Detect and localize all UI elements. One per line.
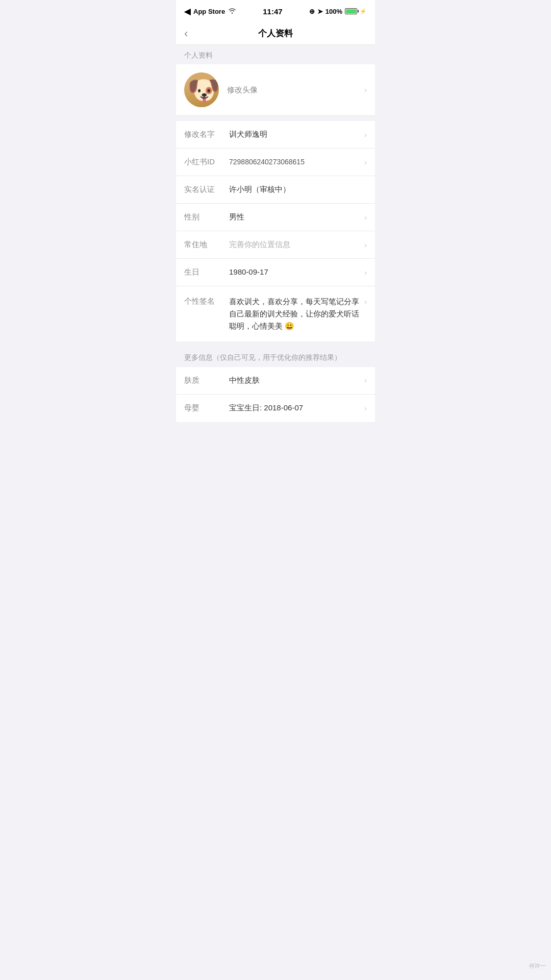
navigation-icon: ➤ bbox=[317, 8, 323, 15]
skin-chevron-icon: › bbox=[364, 376, 367, 384]
wifi-icon bbox=[228, 8, 236, 15]
status-left: ◀ App Store bbox=[184, 7, 236, 16]
gender-value: 男性 bbox=[229, 211, 360, 223]
signature-row[interactable]: 个性签名 喜欢训犬，喜欢分享，每天写笔记分享自己最新的训犬经验，让你的爱犬听话聪… bbox=[176, 286, 375, 341]
section-gap-2 bbox=[176, 341, 375, 347]
xiaohongshu-id-value: 7298806240273068615 bbox=[229, 157, 360, 167]
section-gap-1 bbox=[176, 116, 375, 121]
location-value: 完善你的位置信息 bbox=[229, 239, 360, 251]
birthday-chevron-icon: › bbox=[364, 268, 367, 277]
realname-row: 实名认证 许小明（审核中） bbox=[176, 176, 375, 204]
xiaohongshu-id-row[interactable]: 小红书ID 7298806240273068615 › bbox=[176, 149, 375, 176]
signature-value: 喜欢训犬，喜欢分享，每天写笔记分享自己最新的训犬经验，让你的爱犬听话聪明，心情美… bbox=[229, 296, 360, 332]
gender-row[interactable]: 性别 男性 › bbox=[176, 204, 375, 231]
carrier-label: App Store bbox=[193, 8, 225, 15]
back-carrier-icon: ◀ bbox=[184, 7, 190, 16]
avatar bbox=[184, 72, 219, 107]
status-time: 11:47 bbox=[263, 7, 282, 16]
charging-icon: ⚡ bbox=[360, 8, 367, 15]
name-row[interactable]: 修改名字 训犬师逸明 › bbox=[176, 121, 375, 149]
nav-bar: ‹ 个人资料 bbox=[176, 22, 375, 45]
realname-value: 许小明（审核中） bbox=[229, 184, 367, 195]
page-title: 个人资料 bbox=[258, 28, 293, 39]
location-chevron-icon: › bbox=[364, 241, 367, 249]
signature-chevron-icon: › bbox=[364, 298, 367, 306]
realname-label: 实名认证 bbox=[184, 185, 225, 194]
baby-row[interactable]: 母婴 宝宝生日: 2018-06-07 › bbox=[176, 395, 375, 422]
status-right: ⊕ ➤ 100% ⚡ bbox=[309, 8, 367, 15]
avatar-chevron-icon: › bbox=[364, 86, 367, 94]
birthday-value: 1980-09-17 bbox=[229, 266, 360, 278]
location-row[interactable]: 常住地 完善你的位置信息 › bbox=[176, 231, 375, 259]
location-label: 常住地 bbox=[184, 240, 225, 250]
name-chevron-icon: › bbox=[364, 131, 367, 139]
birthday-label: 生日 bbox=[184, 267, 225, 277]
avatar-image bbox=[184, 72, 219, 107]
battery-label: 100% bbox=[325, 8, 342, 15]
baby-value: 宝宝生日: 2018-06-07 bbox=[229, 402, 360, 414]
name-value: 训犬师逸明 bbox=[229, 129, 360, 140]
battery-icon bbox=[345, 8, 357, 14]
back-button[interactable]: ‹ bbox=[184, 28, 188, 39]
avatar-label: 修改头像 bbox=[227, 85, 364, 95]
xiaohongshu-id-chevron-icon: › bbox=[364, 158, 367, 166]
birthday-row[interactable]: 生日 1980-09-17 › bbox=[176, 259, 375, 286]
more-info-section-header: 更多信息（仅自己可见，用于优化你的推荐结果） bbox=[176, 347, 375, 367]
skin-value: 中性皮肤 bbox=[229, 375, 360, 386]
name-label: 修改名字 bbox=[184, 130, 225, 139]
status-bar: ◀ App Store 11:47 ⊕ ➤ 100% ⚡ bbox=[176, 0, 375, 22]
baby-label: 母婴 bbox=[184, 403, 225, 413]
xiaohongshu-id-label: 小红书ID bbox=[184, 157, 225, 167]
location-icon: ⊕ bbox=[309, 8, 315, 15]
gender-label: 性别 bbox=[184, 212, 225, 222]
signature-label: 个性签名 bbox=[184, 296, 225, 306]
skin-label: 肤质 bbox=[184, 376, 225, 385]
more-info-rows: 肤质 中性皮肤 › 母婴 宝宝生日: 2018-06-07 › bbox=[176, 367, 375, 422]
profile-section-header: 个人资料 bbox=[176, 45, 375, 64]
avatar-row[interactable]: 修改头像 › bbox=[176, 64, 375, 116]
baby-chevron-icon: › bbox=[364, 404, 367, 412]
gender-chevron-icon: › bbox=[364, 213, 367, 222]
profile-rows: 修改名字 训犬师逸明 › 小红书ID 7298806240273068615 ›… bbox=[176, 121, 375, 341]
skin-row[interactable]: 肤质 中性皮肤 › bbox=[176, 367, 375, 395]
